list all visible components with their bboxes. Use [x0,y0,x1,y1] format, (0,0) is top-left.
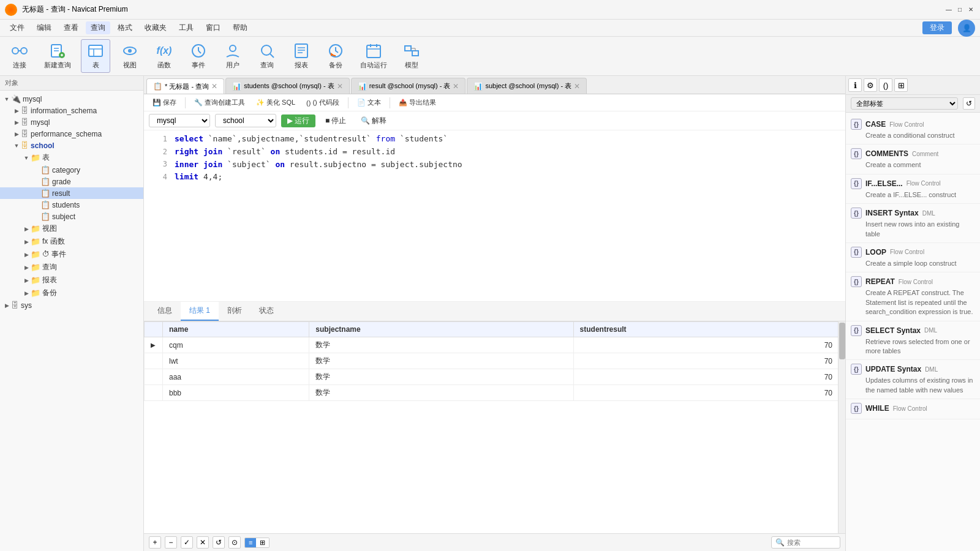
sidebar-item-reports-group[interactable]: ▶ 📁 报表 [0,274,143,287]
sidebar-item-tables-group[interactable]: ▼ 📁 表 [0,151,143,164]
add-row-button[interactable]: + [149,536,161,549]
sidebar-item-sys[interactable]: ▶ 🗄 sys [0,299,143,311]
snippet-item-update[interactable]: {} UPDATE Syntax DML Updates columns of … [846,360,980,399]
export-button[interactable]: 📤 导出结果 [395,97,440,108]
sidebar-item-subject[interactable]: 📋 subject [0,211,143,222]
form-view-button[interactable]: ⊞ [256,538,269,547]
toolbar-schedule[interactable]: 自动运行 [355,40,392,72]
discard-button[interactable]: ✕ [197,536,209,549]
code-icon-button[interactable]: () [879,78,892,92]
collapse-arrow[interactable]: ▶ [22,289,31,298]
sidebar-item-grade[interactable]: 📋 grade [0,176,143,187]
menu-edit[interactable]: 编辑 [32,21,56,34]
table-row[interactable]: lwt 数学 70 [145,353,845,369]
snippet-item-repeat[interactable]: {} REPEAT Flow Control Create A REPEAT c… [846,272,980,321]
stop-button[interactable]: ■ 停止 [320,114,351,127]
tab-new-query[interactable]: 📋 * 无标题 - 查询 ✕ [146,78,224,94]
toolbar-backup[interactable]: 备份 [321,40,350,72]
table-row[interactable]: aaa 数学 70 [145,369,845,385]
sidebar-item-performance-schema[interactable]: ▶ 🗄 performance_schema [0,128,143,140]
tab-close-new-query[interactable]: ✕ [211,82,217,91]
toolbar-function[interactable]: f(x) 函数 [149,40,179,72]
sidebar-item-functions-group[interactable]: ▶ 📁 fx 函数 [0,235,143,248]
tab-subject[interactable]: 📊 subject @school (mysql) - 表 ✕ [467,78,587,94]
collapse-arrow[interactable]: ▶ [12,107,21,115]
sidebar-item-school[interactable]: ▼ 🗄 school [0,140,143,151]
grid-icon-button[interactable]: ⊞ [894,78,908,92]
collapse-arrow[interactable]: ▶ [22,263,31,272]
apply-button[interactable]: ✓ [181,536,193,549]
result-scrollbar[interactable] [838,321,845,533]
query-builder-button[interactable]: 🔧 查询创建工具 [190,97,249,108]
menu-query[interactable]: 查询 [86,21,110,34]
minimize-button[interactable]: — [944,6,953,14]
result-tab-profile[interactable]: 剖析 [219,302,251,321]
expand-arrow[interactable]: ▼ [2,95,11,103]
toolbar-connect[interactable]: 连接 [5,40,34,72]
snippet-item-ifelse[interactable]: {} IF...ELSE... Flow Control Create a IF… [846,174,980,204]
grid-view-button[interactable]: ≡ [245,538,256,547]
sidebar-item-information-schema[interactable]: ▶ 🗄 information_schema [0,105,143,116]
sidebar-item-students[interactable]: 📋 students [0,199,143,211]
login-button[interactable]: 登录 [922,21,952,34]
sidebar-item-mysql-connection[interactable]: ▼ 🔌 mysql [0,93,143,105]
menu-format[interactable]: 格式 [113,21,137,34]
snippet-item-select[interactable]: {} SELECT Syntax DML Retrieve rows selec… [846,321,980,361]
toolbar-new-query[interactable]: 新建查询 [39,40,76,72]
snippet-item-comments[interactable]: {} COMMENTS Comment Create a comment [846,144,980,174]
text-button[interactable]: 📄 文本 [353,97,385,108]
window-controls[interactable]: — □ ✕ [944,6,975,14]
expand-arrow[interactable]: ▼ [12,141,21,150]
toolbar-query[interactable]: 查询 [252,40,282,72]
menu-file[interactable]: 文件 [5,21,29,34]
result-tab-info[interactable]: 信息 [149,302,181,321]
toolbar-model[interactable]: 模型 [397,40,426,72]
toolbar-user[interactable]: 用户 [218,40,247,72]
snippet-item-while[interactable]: {} WHILE Flow Control [846,399,980,419]
delete-row-button[interactable]: − [165,536,177,549]
snippet-item-loop[interactable]: {} LOOP Flow Control Create a simple loo… [846,243,980,272]
collapse-arrow[interactable]: ▶ [22,238,31,246]
toolbar-report[interactable]: 报表 [287,40,316,72]
toolbar-table[interactable]: 表 [81,39,110,73]
raw-button[interactable]: ⊙ [228,536,241,549]
menu-window[interactable]: 窗口 [201,21,225,34]
explain-button[interactable]: 🔍 解释 [356,114,391,127]
collapse-arrow[interactable]: ▶ [22,225,31,233]
result-tab-result1[interactable]: 结果 1 [181,302,219,321]
result-tab-status[interactable]: 状态 [251,302,282,321]
collapse-arrow[interactable]: ▶ [2,301,11,310]
table-row[interactable]: bbb 数学 70 [145,385,845,401]
sidebar-item-mysql-schema[interactable]: ▶ 🗄 mysql [0,116,143,128]
sidebar-item-queries-group[interactable]: ▶ 📁 查询 [0,261,143,274]
tab-result[interactable]: 📊 result @school (mysql) - 表 ✕ [351,78,466,94]
maximize-button[interactable]: □ [956,6,964,14]
code-block-button[interactable]: () () 代码段 [303,97,343,108]
collapse-arrow[interactable]: ▶ [12,118,21,127]
settings-icon-button[interactable]: ⚙ [864,78,877,92]
sidebar-item-events-group[interactable]: ▶ 📁 ⏱ 事件 [0,248,143,261]
sidebar-item-views-group[interactable]: ▶ 📁 视图 [0,222,143,235]
menu-help[interactable]: 帮助 [228,21,252,34]
sidebar-item-backup-group[interactable]: ▶ 📁 备份 [0,287,143,299]
sidebar-item-category[interactable]: 📋 category [0,164,143,176]
search-input[interactable] [787,539,836,546]
sidebar-item-result[interactable]: 📋 result [0,187,143,199]
db-select[interactable]: mysql [149,114,210,127]
toolbar-event[interactable]: 事件 [184,40,213,72]
tab-close-result[interactable]: ✕ [453,82,459,91]
snippet-refresh-button[interactable]: ↺ [963,97,975,110]
menu-favorites[interactable]: 收藏夹 [140,21,172,34]
snippet-filter-select[interactable]: 全部标签 [851,97,958,110]
schema-select[interactable]: school [215,114,276,127]
tab-close-students[interactable]: ✕ [337,82,343,91]
collapse-arrow[interactable]: ▶ [12,130,21,138]
code-editor[interactable]: 1 select `name`,subjectname,`studentresu… [144,130,845,302]
expand-arrow[interactable]: ▼ [22,154,31,162]
run-button[interactable]: ▶ 运行 [281,114,315,127]
collapse-arrow[interactable]: ▶ [22,250,31,259]
refresh-button[interactable]: ↺ [213,536,225,549]
save-button[interactable]: 💾 保存 [149,97,180,108]
user-avatar[interactable]: 👤 [958,20,975,37]
collapse-arrow[interactable]: ▶ [22,276,31,285]
